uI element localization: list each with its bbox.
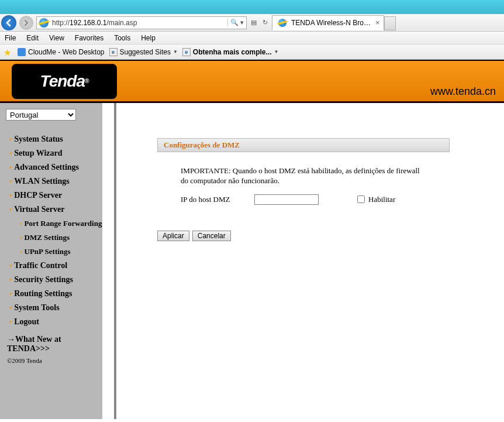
menu-edit[interactable]: Edit [26, 34, 39, 42]
sidebar: Portugal System Status Setup Wizard Adva… [0, 103, 114, 419]
cloud-icon [18, 48, 26, 56]
search-dropdown-icon[interactable]: 🔍 ▾ [227, 19, 244, 26]
page-banner: Tenda® www.tenda.cn [0, 60, 504, 103]
sidebar-item-port-range-forwarding[interactable]: Port Range Forwarding [6, 217, 102, 231]
dmz-panel: Configurações de DMZ IMPORTANTE: Quando … [157, 138, 450, 241]
tenda-logo: Tenda® [12, 64, 117, 99]
sidebar-item-system-tools[interactable]: System Tools [6, 301, 102, 315]
vendor-url: www.tenda.cn [430, 85, 496, 98]
url-text: http://192.168.0.1/main.asp [51, 19, 225, 27]
enable-checkbox[interactable] [357, 195, 365, 203]
sidebar-item-logout[interactable]: Logout [6, 315, 102, 329]
page-area: Portugal System Status Setup Wizard Adva… [0, 103, 504, 419]
menu-view[interactable]: View [49, 34, 64, 42]
new-tab-button[interactable] [384, 16, 396, 30]
sidebar-item-setup-wizard[interactable]: Setup Wizard [6, 146, 102, 160]
tab-title: TENDA Wireless-N Broadba... [291, 19, 373, 27]
content-area: Configurações de DMZ IMPORTANTE: Quando … [114, 103, 504, 419]
browser-toolbar: http://192.168.0.1/main.asp 🔍 ▾ ▤ ↻ TEND… [0, 14, 504, 32]
page-icon: e [109, 48, 118, 56]
page-icon: e [182, 48, 191, 56]
tab-close-icon[interactable]: × [375, 18, 380, 27]
language-select[interactable]: Portugal [6, 109, 76, 121]
add-favorite-icon[interactable]: ★ [4, 47, 13, 57]
menu-help[interactable]: Help [141, 34, 156, 42]
refresh-icon[interactable]: ↻ [260, 19, 271, 26]
sidebar-item-routing-settings[interactable]: Routing Settings [6, 287, 102, 301]
sidebar-whatsnew[interactable]: →What New at TENDA>>> [6, 329, 102, 356]
nav-forward-button[interactable] [18, 14, 35, 32]
enable-label: Habilitar [368, 195, 395, 204]
ie-icon [39, 18, 49, 28]
sidebar-item-wlan-settings[interactable]: WLAN Settings [6, 174, 102, 188]
panel-title: Configurações de DMZ [157, 138, 450, 152]
dmz-ip-label: IP do host DMZ [181, 195, 251, 204]
window-titlebar [0, 0, 504, 14]
sidebar-item-dmz-settings[interactable]: DMZ Settings [6, 231, 102, 245]
menubar: File Edit View Favorites Tools Help [0, 32, 504, 44]
chevron-down-icon: ▼ [274, 49, 279, 54]
warning-text: IMPORTANTE: Quando o host DMZ está habil… [181, 166, 426, 186]
menu-favorites[interactable]: Favorites [75, 34, 103, 42]
dmz-ip-input[interactable] [254, 194, 319, 205]
sidebar-item-advanced-settings[interactable]: Advanced Settings [6, 160, 102, 174]
menu-file[interactable]: File [5, 34, 16, 42]
nav-back-button[interactable] [0, 14, 18, 32]
fav-obtenha[interactable]: e Obtenha mais comple... ▼ [182, 48, 279, 56]
compat-icon[interactable]: ▤ [248, 19, 260, 26]
address-bar[interactable]: http://192.168.0.1/main.asp 🔍 ▾ [36, 16, 247, 29]
tab-strip: TENDA Wireless-N Broadba... × [272, 15, 396, 30]
cancel-button[interactable]: Cancelar [192, 231, 231, 241]
favorites-bar: ★ CloudMe - Web Desktop e Suggested Site… [0, 44, 504, 60]
fav-suggested[interactable]: e Suggested Sites ▼ [109, 48, 178, 56]
ie-icon [278, 19, 286, 27]
apply-button[interactable]: Aplicar [157, 231, 189, 241]
tab-active[interactable]: TENDA Wireless-N Broadba... × [272, 15, 384, 30]
chevron-down-icon: ▼ [173, 49, 178, 54]
sidebar-item-security-settings[interactable]: Security Settings [6, 273, 102, 287]
sidebar-item-virtual-server[interactable]: Virtual Server [6, 203, 102, 217]
sidebar-item-dhcp-server[interactable]: DHCP Server [6, 188, 102, 203]
sidebar-item-upnp-settings[interactable]: UPnP Settings [6, 245, 102, 259]
sidebar-item-traffic-control[interactable]: Traffic Control [6, 259, 102, 273]
menu-tools[interactable]: Tools [114, 34, 130, 42]
copyright-text: ©2009 Tenda [6, 356, 102, 364]
sidebar-item-system-status[interactable]: System Status [6, 132, 102, 146]
fav-cloudme[interactable]: CloudMe - Web Desktop [18, 48, 105, 56]
